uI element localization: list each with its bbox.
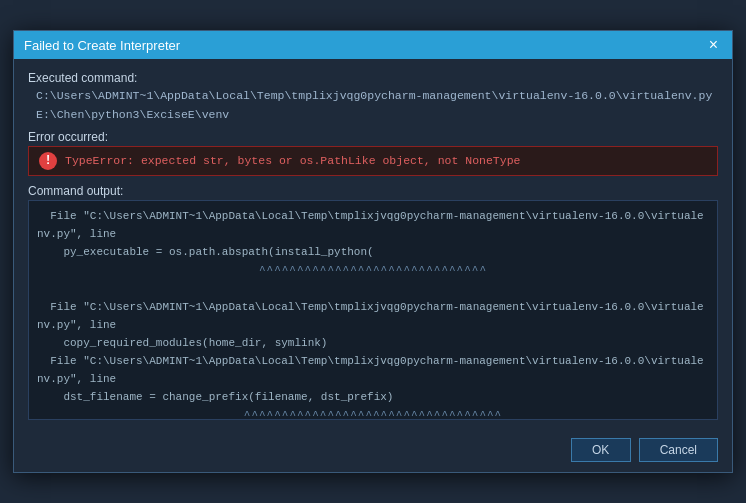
command-output-box[interactable]: File "C:\Users\ADMINT~1\AppData\Local\Te… xyxy=(28,200,718,420)
output-line-4: copy_required_modules(home_dir, symlink) xyxy=(37,334,709,352)
output-line-1: py_executable = os.path.abspath(install_… xyxy=(37,243,709,261)
command-output-label: Command output: xyxy=(28,184,718,198)
dialog-body: Executed command: C:\Users\ADMINT~1\AppD… xyxy=(14,59,732,430)
executed-command-label: Executed command: xyxy=(28,71,718,85)
close-button[interactable]: × xyxy=(705,37,722,53)
failed-interpreter-dialog: Failed to Create Interpreter × Executed … xyxy=(13,30,733,473)
dialog-title: Failed to Create Interpreter xyxy=(24,38,180,53)
executed-command-section: Executed command: C:\Users\ADMINT~1\AppD… xyxy=(28,71,718,124)
error-box: ! TypeError: expected str, bytes or os.P… xyxy=(28,146,718,176)
output-dots-2: ^^^^^^^^^^^^^^^^^^^^^^^^^^^^^^^^^^ xyxy=(37,406,709,419)
command-lines: C:\Users\ADMINT~1\AppData\Local\Temp\tmp… xyxy=(28,87,718,124)
error-occurred-section: Error occurred: ! TypeError: expected st… xyxy=(28,130,718,178)
output-line-3: File "C:\Users\ADMINT~1\AppData\Local\Te… xyxy=(37,298,709,334)
ok-button[interactable]: OK xyxy=(571,438,631,462)
command-line-2: E:\Chen\python3\ExciseE\venv xyxy=(36,106,718,124)
error-occurred-label: Error occurred: xyxy=(28,130,718,144)
dialog-footer: OK Cancel xyxy=(14,430,732,472)
output-dots-1: ^^^^^^^^^^^^^^^^^^^^^^^^^^^^^^ xyxy=(37,261,709,279)
output-line-0: File "C:\Users\ADMINT~1\AppData\Local\Te… xyxy=(37,207,709,243)
title-bar: Failed to Create Interpreter × xyxy=(14,31,732,59)
cancel-button[interactable]: Cancel xyxy=(639,438,718,462)
output-line-6: dst_filename = change_prefix(filename, d… xyxy=(37,388,709,406)
error-icon: ! xyxy=(39,152,57,170)
error-text: TypeError: expected str, bytes or os.Pat… xyxy=(65,154,520,167)
output-line-5: File "C:\Users\ADMINT~1\AppData\Local\Te… xyxy=(37,352,709,388)
title-bar-left: Failed to Create Interpreter xyxy=(24,38,180,53)
command-line-1: C:\Users\ADMINT~1\AppData\Local\Temp\tmp… xyxy=(36,87,718,105)
output-line-2 xyxy=(37,279,709,297)
command-output-section: Command output: File "C:\Users\ADMINT~1\… xyxy=(28,184,718,420)
